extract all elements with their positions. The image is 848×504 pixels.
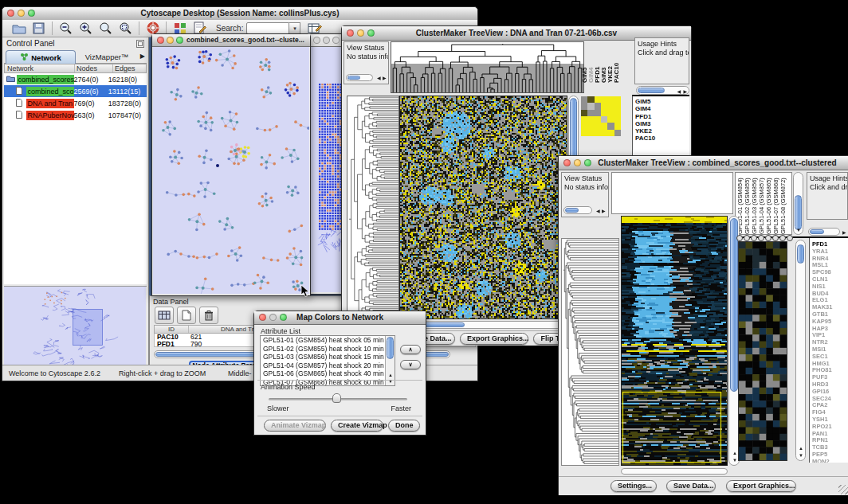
matrix-cell[interactable]: [581, 96, 587, 103]
network-name[interactable]: combined_scores: [17, 75, 74, 84]
tv1-heatmap[interactable]: [399, 96, 567, 319]
matrix-cell[interactable]: [587, 110, 594, 116]
column-dendrogram-canvas[interactable]: [391, 42, 583, 92]
open-folder-icon[interactable]: [9, 21, 29, 37]
matrix-cell[interactable]: [614, 96, 621, 103]
minimize-button[interactable]: [167, 37, 174, 44]
matrix-cell[interactable]: [614, 116, 621, 123]
create-vizmap-button[interactable]: Create Vizmap: [331, 420, 383, 432]
scroll-down-icon[interactable]: ▼: [796, 228, 801, 232]
matrix-cell[interactable]: [581, 130, 587, 136]
attribute-list-item[interactable]: GPL51-06 (GSM865) heat shock 40 min: [261, 369, 395, 378]
matrix-cell[interactable]: [607, 123, 614, 129]
matrix-cell[interactable]: [595, 103, 601, 109]
birdseye-view[interactable]: [4, 286, 147, 364]
tab-vizmapper[interactable]: VizMapper™: [77, 50, 136, 63]
slider-thumb[interactable]: [332, 393, 341, 403]
matrix-cell[interactable]: [601, 130, 607, 136]
scroll-right-icon[interactable]: ▶: [602, 209, 606, 213]
matrix-cell[interactable]: [607, 110, 614, 116]
scroll-right-icon[interactable]: ▶: [383, 76, 387, 80]
col-edges[interactable]: Edges: [113, 64, 146, 72]
network-name[interactable]: combined_sco: [26, 87, 74, 96]
matrix-cell[interactable]: [581, 123, 587, 129]
matrix-cell[interactable]: [595, 130, 601, 136]
float-panel-icon[interactable]: [136, 37, 144, 51]
matrix-cell[interactable]: [614, 130, 621, 136]
matrix-cell[interactable]: [595, 116, 601, 123]
matrix-cell[interactable]: [581, 103, 587, 109]
matrix-cell[interactable]: [607, 96, 614, 103]
main-titlebar[interactable]: Cytoscape Desktop (Session Name: collins…: [2, 7, 477, 21]
tv2-hints-scrollbar[interactable]: [808, 228, 840, 236]
matrix-cell[interactable]: [581, 110, 587, 116]
close-button[interactable]: [563, 159, 571, 166]
row-dendrogram-canvas[interactable]: [562, 239, 618, 465]
resize-grip[interactable]: [838, 485, 848, 494]
heatmap-canvas[interactable]: [622, 217, 727, 465]
settings-button[interactable]: Settings...: [610, 480, 657, 492]
tv1-row-dendrogram[interactable]: [347, 96, 399, 319]
treeview2-titlebar[interactable]: ClusterMaker TreeView : combined_scores_…: [559, 156, 848, 170]
network-window-titlebar[interactable]: combined_scores_good.txt--cluste...: [152, 34, 310, 47]
attribute-list[interactable]: GPL51-01 (GSM854) heat shock 05 minGPL51…: [260, 335, 395, 386]
matrix-cell[interactable]: [587, 116, 594, 123]
close-button[interactable]: [313, 37, 320, 44]
matrix-cell[interactable]: [607, 130, 614, 136]
zoom-button[interactable]: [176, 37, 183, 44]
matrix-cell[interactable]: [587, 96, 594, 103]
matrix-cell[interactable]: [601, 123, 607, 129]
heatmap-canvas[interactable]: [400, 96, 567, 318]
col-network[interactable]: Network: [5, 64, 75, 72]
export-graphics-button[interactable]: Export Graphics...: [460, 333, 528, 345]
minimize-button[interactable]: [269, 314, 277, 321]
col-nodes[interactable]: Nodes: [75, 64, 113, 72]
network-tree-row[interactable]: DNA and Tran 07769(0)183728(0): [4, 97, 147, 109]
minimize-button[interactable]: [323, 37, 330, 44]
save-data-button[interactable]: Save Data...: [666, 480, 716, 492]
network-tree-row[interactable]: RNAPuberNov2+563(0)107847(0): [4, 109, 147, 121]
export-graphics-button[interactable]: Export Graphics...: [726, 480, 796, 492]
minimize-button[interactable]: [18, 10, 25, 17]
tv2-column-dendrogram-area[interactable]: [611, 172, 733, 214]
row-dendrogram-canvas[interactable]: [347, 96, 398, 318]
attr-row-value[interactable]: 790: [190, 340, 202, 348]
matrix-cell[interactable]: [595, 110, 601, 116]
tv1-column-dendrogram[interactable]: [391, 41, 584, 93]
scroll-left-icon[interactable]: ◀: [596, 209, 600, 213]
matrix-cell[interactable]: [595, 123, 601, 129]
tv2-row-dendrogram[interactable]: [561, 238, 619, 466]
network-name[interactable]: DNA and Tran 07: [26, 99, 74, 108]
birdseye-canvas[interactable]: [4, 287, 146, 369]
attribute-select-icon[interactable]: [155, 307, 174, 324]
matrix-cell[interactable]: [614, 103, 621, 109]
scroll-right-icon[interactable]: ▶: [683, 89, 687, 94]
matrix-cell[interactable]: [595, 96, 601, 103]
matrix-cell[interactable]: [601, 110, 607, 116]
attribute-list-item[interactable]: GPL51-03 (GSM856) heat shock 15 min: [261, 353, 395, 361]
matrix-cell[interactable]: [607, 116, 614, 123]
zoom-out-icon[interactable]: [56, 21, 76, 37]
scroll-right-icon[interactable]: ▶: [842, 230, 846, 235]
scroll-up-icon[interactable]: ▲: [732, 451, 737, 455]
matrix-cell[interactable]: [587, 130, 594, 136]
dialog-titlebar[interactable]: Map Colors to Network: [254, 311, 426, 325]
scroll-down-icon[interactable]: ▼: [732, 458, 737, 463]
zoom-fit-icon[interactable]: [116, 21, 135, 37]
search-dropdown-arrow[interactable]: ▾: [289, 22, 300, 34]
close-button[interactable]: [7, 10, 14, 17]
scroll-left-icon[interactable]: ◀: [377, 76, 381, 80]
close-button[interactable]: [259, 314, 266, 321]
tv2-labels-vscrollbar[interactable]: ▼: [793, 172, 803, 235]
tv2-heatmap[interactable]: [621, 216, 728, 466]
matrix-cell[interactable]: [601, 116, 607, 123]
attribute-list-item[interactable]: GPL51-02 (GSM855) heat shock 10 min: [261, 345, 395, 354]
tab-network[interactable]: Network: [6, 50, 76, 64]
tv1-top-hscrollbar[interactable]: ◀ ▶: [636, 86, 689, 95]
save-icon[interactable]: [29, 21, 49, 37]
zoom-selected-icon[interactable]: [96, 21, 116, 37]
scroll-left-icon[interactable]: ◀: [677, 89, 681, 94]
minimize-button[interactable]: [574, 159, 581, 166]
attribute-list-item[interactable]: GPL51-01 (GSM854) heat shock 05 min: [261, 336, 395, 345]
matrix-cell[interactable]: [614, 110, 621, 116]
